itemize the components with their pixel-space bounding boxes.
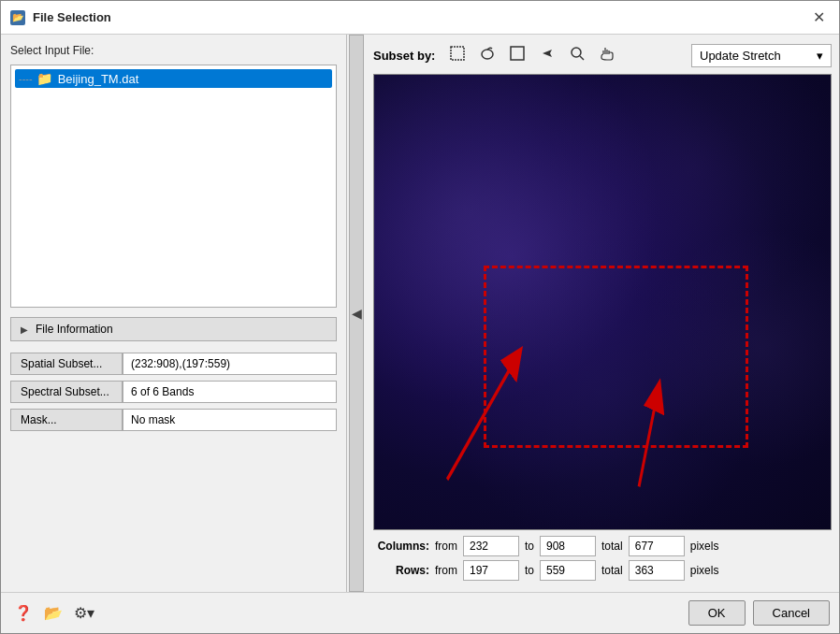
spectral-subset-row: Spectral Subset... 6 of 6 Bands xyxy=(10,381,337,403)
spectral-subset-button[interactable]: Spectral Subset... xyxy=(10,381,123,403)
open-file-button[interactable]: 📂 xyxy=(40,602,66,624)
rows-from-input[interactable] xyxy=(463,560,519,581)
left-panel: Select Input File: ---- 📁 Beijing_TM.dat… xyxy=(1,35,347,592)
update-stretch-label: Update Stretch xyxy=(700,49,781,63)
rows-pixels-label: pixels xyxy=(690,564,719,577)
cancel-button[interactable]: Cancel xyxy=(753,600,830,626)
svg-line-4 xyxy=(580,56,584,60)
bottom-button-bar: ❓ 📂 ⚙▾ OK Cancel xyxy=(1,592,839,633)
svg-rect-0 xyxy=(451,47,464,60)
help-button[interactable]: ❓ xyxy=(10,602,36,624)
file-tree[interactable]: ---- 📁 Beijing_TM.dat xyxy=(10,65,337,308)
expand-triangle-icon: ▶ xyxy=(21,324,28,335)
columns-from-label: from xyxy=(435,540,457,553)
tree-dots: ---- xyxy=(19,73,33,84)
rows-total-label: total xyxy=(601,564,623,577)
update-stretch-dropdown[interactable]: Update Stretch ▾ xyxy=(691,44,832,67)
title-bar: 📂 File Selection ✕ xyxy=(1,1,839,35)
file-tree-item[interactable]: ---- 📁 Beijing_TM.dat xyxy=(15,69,332,88)
columns-row: Columns: from to total pixels xyxy=(373,536,832,556)
bottom-left-icons: ❓ 📂 ⚙▾ xyxy=(10,602,98,624)
right-panel: Subset by: xyxy=(366,35,839,592)
satellite-view xyxy=(374,75,831,529)
file-info-label: File Information xyxy=(36,323,113,336)
columns-total-label: total xyxy=(601,540,623,553)
spatial-subset-value: (232:908),(197:559) xyxy=(123,353,337,375)
rows-row: Rows: from to total pixels xyxy=(373,560,832,581)
arrow-tool-icon[interactable] xyxy=(534,42,560,68)
rows-from-label: from xyxy=(435,564,457,577)
lasso-icon[interactable] xyxy=(474,42,500,68)
dropdown-arrow-icon: ▾ xyxy=(817,49,823,63)
hand-icon[interactable] xyxy=(594,42,620,68)
dialog-icon: 📂 xyxy=(10,10,25,25)
rows-to-input[interactable] xyxy=(540,560,596,581)
svg-point-1 xyxy=(482,50,493,59)
settings-button[interactable]: ⚙▾ xyxy=(70,602,98,624)
mask-button[interactable]: Mask... xyxy=(10,409,123,431)
svg-rect-2 xyxy=(511,47,524,60)
collapse-panel-button[interactable]: ◀ xyxy=(349,35,364,592)
rows-label: Rows: xyxy=(373,564,429,577)
file-name: Beijing_TM.dat xyxy=(58,72,139,86)
zoom-icon[interactable] xyxy=(564,42,590,68)
selection-rectangle xyxy=(484,266,748,447)
spectral-subset-value: 6 of 6 Bands xyxy=(123,381,337,403)
columns-pixels-label: pixels xyxy=(690,540,719,553)
spatial-subset-row: Spatial Subset... (232:908),(197:559) xyxy=(10,353,337,375)
columns-to-label: to xyxy=(525,540,534,553)
columns-from-input[interactable] xyxy=(463,536,519,556)
ok-button[interactable]: OK xyxy=(688,600,746,626)
svg-point-3 xyxy=(572,48,581,57)
folder-icon: 📁 xyxy=(36,71,52,86)
file-information-button[interactable]: ▶ File Information xyxy=(10,317,337,341)
rect-select-icon[interactable] xyxy=(444,42,471,68)
spatial-subset-button[interactable]: Spatial Subset... xyxy=(10,353,123,375)
dialog-title: File Selection xyxy=(33,10,807,24)
rows-to-label: to xyxy=(525,564,534,577)
image-preview xyxy=(373,74,832,530)
mask-value: No mask xyxy=(123,409,337,431)
select-input-label: Select Input File: xyxy=(10,44,337,57)
box-icon[interactable] xyxy=(504,42,530,68)
columns-total-input[interactable] xyxy=(629,536,685,556)
columns-to-input[interactable] xyxy=(540,536,596,556)
file-selection-dialog: 📂 File Selection ✕ Select Input File: --… xyxy=(0,0,840,634)
subset-by-label: Subset by: xyxy=(373,49,435,63)
rows-total-input[interactable] xyxy=(629,560,685,581)
main-content: Select Input File: ---- 📁 Beijing_TM.dat… xyxy=(1,35,839,592)
close-button[interactable]: ✕ xyxy=(807,7,830,29)
toolbar-row: Subset by: xyxy=(373,42,832,68)
mask-row: Mask... No mask xyxy=(10,409,337,431)
columns-label: Columns: xyxy=(373,540,429,553)
